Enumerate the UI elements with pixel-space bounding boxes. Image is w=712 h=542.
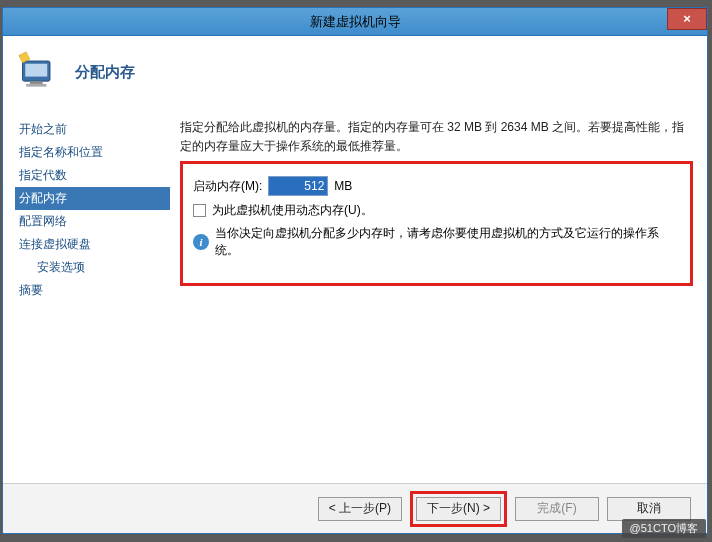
- prev-button[interactable]: < 上一步(P): [318, 497, 402, 521]
- finish-button[interactable]: 完成(F): [515, 497, 599, 521]
- sidebar-item-summary[interactable]: 摘要: [15, 279, 170, 302]
- sidebar-item-before[interactable]: 开始之前: [15, 118, 170, 141]
- wizard-window: 新建虚拟机向导 × 分配内存 开始之前 指定名称和位置 指定代数 分配内存 配置…: [2, 7, 708, 534]
- info-icon: i: [193, 234, 209, 250]
- description-text: 指定分配给此虚拟机的内存量。指定的内存量可在 32 MB 到 2634 MB 之…: [180, 118, 693, 155]
- svg-rect-3: [26, 84, 46, 87]
- wizard-monitor-icon: [17, 50, 61, 94]
- wizard-body: 开始之前 指定名称和位置 指定代数 分配内存 配置网络 连接虚拟硬盘 安装选项 …: [3, 108, 707, 483]
- memory-unit: MB: [334, 179, 352, 193]
- dynamic-memory-checkbox[interactable]: [193, 204, 206, 217]
- dynamic-memory-label: 为此虚拟机使用动态内存(U)。: [212, 202, 373, 219]
- sidebar-item-network[interactable]: 配置网络: [15, 210, 170, 233]
- info-text: 当你决定向虚拟机分配多少内存时，请考虑你要使用虚拟机的方式及它运行的操作系统。: [215, 225, 680, 259]
- sidebar-item-generation[interactable]: 指定代数: [15, 164, 170, 187]
- startup-memory-row: 启动内存(M): MB: [193, 176, 680, 196]
- dynamic-memory-row: 为此虚拟机使用动态内存(U)。: [193, 202, 680, 219]
- sidebar-item-memory[interactable]: 分配内存: [15, 187, 170, 210]
- startup-memory-input[interactable]: [268, 176, 328, 196]
- sidebar: 开始之前 指定名称和位置 指定代数 分配内存 配置网络 连接虚拟硬盘 安装选项 …: [3, 108, 178, 483]
- page-title: 分配内存: [75, 63, 135, 82]
- sidebar-item-name-location[interactable]: 指定名称和位置: [15, 141, 170, 164]
- svg-rect-1: [25, 64, 47, 77]
- close-button[interactable]: ×: [667, 8, 707, 30]
- info-row: i 当你决定向虚拟机分配多少内存时，请考虑你要使用虚拟机的方式及它运行的操作系统…: [193, 225, 680, 259]
- titlebar: 新建虚拟机向导 ×: [3, 8, 707, 36]
- window-title: 新建虚拟机向导: [310, 13, 401, 31]
- sidebar-item-vhd[interactable]: 连接虚拟硬盘: [15, 233, 170, 256]
- sidebar-item-install-options[interactable]: 安装选项: [15, 256, 170, 279]
- content-pane: 指定分配给此虚拟机的内存量。指定的内存量可在 32 MB 到 2634 MB 之…: [178, 108, 707, 483]
- svg-rect-2: [30, 81, 43, 84]
- next-highlight: 下一步(N) >: [410, 491, 507, 527]
- close-icon: ×: [683, 11, 691, 26]
- wizard-header: 分配内存: [3, 36, 707, 108]
- wizard-footer: < 上一步(P) 下一步(N) > 完成(F) 取消: [3, 483, 707, 533]
- next-button[interactable]: 下一步(N) >: [416, 497, 501, 521]
- cancel-button[interactable]: 取消: [607, 497, 691, 521]
- startup-memory-label: 启动内存(M):: [193, 178, 262, 195]
- watermark: @51CTO博客: [622, 519, 706, 538]
- highlight-region: 启动内存(M): MB 为此虚拟机使用动态内存(U)。 i 当你决定向虚拟机分配…: [180, 161, 693, 286]
